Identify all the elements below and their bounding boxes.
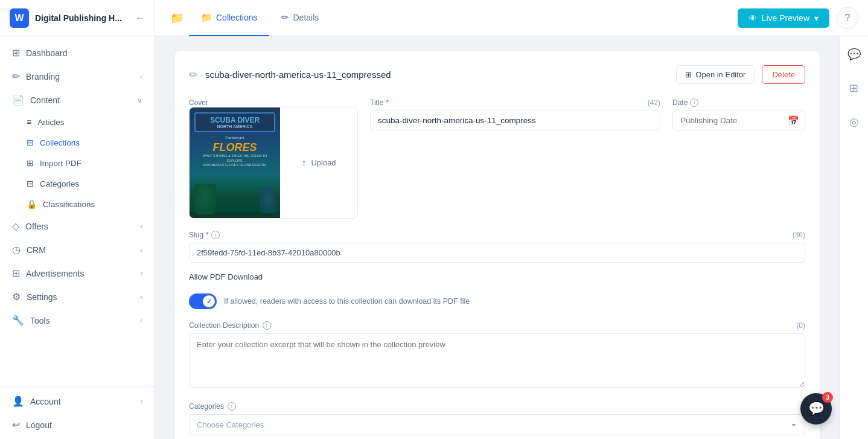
- sidebar-item-crm[interactable]: ◷ CRM ‹: [0, 238, 155, 261]
- sidebar-item-label: Categories: [40, 179, 79, 188]
- eye-icon: 👁: [748, 13, 757, 23]
- cover-group: Cover SCUBA DIVER NORTH AMERICA: [189, 98, 358, 219]
- sidebar-item-content[interactable]: 📄 Content ∨: [0, 88, 155, 112]
- desc-counter: (0): [796, 321, 805, 330]
- slug-counter: (36): [793, 231, 805, 239]
- chevron-down-icon: ∨: [137, 96, 142, 104]
- chat-panel-icon[interactable]: 💬: [843, 43, 865, 65]
- pdf-download-label: Allow PDF Download: [189, 272, 263, 281]
- sidebar-item-label: Collections: [40, 138, 80, 147]
- slug-info-icon[interactable]: i: [211, 231, 220, 239]
- sidebar-item-collections[interactable]: ⊟ Collections: [0, 132, 155, 153]
- tab-details[interactable]: ✏ Details: [269, 0, 331, 36]
- chevron-icon: ‹: [140, 72, 142, 81]
- folder-button[interactable]: 📁: [165, 6, 189, 30]
- sidebar-item-offers[interactable]: ◇ Offers ‹: [0, 214, 155, 238]
- chevron-down-icon: ▾: [814, 13, 819, 23]
- sidebar-collapse-button[interactable]: ←: [135, 13, 145, 24]
- flores-title: FLORES: [212, 142, 257, 153]
- sidebar-item-import-pdf[interactable]: ⊞ Import PDF: [0, 153, 155, 173]
- target-panel-icon[interactable]: ◎: [843, 111, 865, 133]
- chat-bubble-button[interactable]: 💬 3: [800, 393, 832, 425]
- sidebar-item-logout[interactable]: ↩ Logout: [0, 413, 155, 437]
- sidebar-item-branding[interactable]: ✏ Branding ‹: [0, 65, 155, 88]
- edit-icon: ✏: [189, 68, 198, 82]
- collection-desc-textarea[interactable]: [189, 333, 805, 388]
- title-label: Title * (42): [370, 98, 660, 107]
- sidebar-item-classifications[interactable]: 🔒 Classifications: [0, 194, 155, 214]
- offers-icon: ◇: [12, 220, 19, 232]
- sidebar-bottom: 👤 Account ‹ ↩ Logout: [0, 386, 155, 439]
- check-icon: ✓: [206, 298, 212, 306]
- sidebar-item-dashboard[interactable]: ⊞ Dashboard: [0, 41, 155, 65]
- chevron-icon: ‹: [140, 316, 142, 325]
- slug-label: Slug * i (36): [189, 231, 805, 239]
- delete-button[interactable]: Delete: [762, 65, 805, 84]
- cover-image: SCUBA DIVER NORTH AMERICA Flamboyant FLO…: [190, 107, 280, 218]
- sidebar-item-label: Import PDF: [40, 159, 81, 168]
- title-input[interactable]: [370, 111, 660, 130]
- upload-icon: ↑: [301, 158, 306, 168]
- sidebar-item-label: Articles: [37, 118, 64, 127]
- editor-icon: ⊞: [685, 70, 692, 79]
- slug-section: Slug * i (36): [189, 231, 805, 263]
- file-title: scuba-diver-north-america-us-11_compress…: [205, 69, 669, 80]
- desc-info-icon[interactable]: i: [263, 321, 271, 330]
- required-star: *: [386, 98, 389, 107]
- cover-title-date-row: Cover SCUBA DIVER NORTH AMERICA: [189, 98, 805, 219]
- sidebar-item-settings[interactable]: ⚙ Settings ‹: [0, 285, 155, 309]
- live-preview-button[interactable]: 👁 Live Preview ▾: [738, 8, 829, 28]
- categories-select[interactable]: Choose Categories: [189, 414, 805, 435]
- sidebar-item-categories[interactable]: ⊟ Categories: [0, 173, 155, 194]
- flamboyant-text: Flamboyant: [225, 136, 244, 139]
- sidebar-item-label: Offers: [25, 222, 48, 231]
- content-icon: 📄: [12, 94, 24, 106]
- chevron-icon: ‹: [140, 293, 142, 301]
- sidebar-item-label: Branding: [26, 72, 60, 82]
- grid-panel-icon[interactable]: ⊞: [843, 77, 865, 99]
- classifications-icon: 🔒: [27, 199, 37, 209]
- slug-input[interactable]: [189, 243, 805, 263]
- sidebar-item-label: Settings: [27, 292, 57, 302]
- date-group: Date i 📅: [672, 98, 805, 130]
- categories-info-icon[interactable]: i: [228, 402, 236, 411]
- toggle-description: If allowed, readers with access to this …: [224, 297, 470, 306]
- cover-upload-area: SCUBA DIVER NORTH AMERICA Flamboyant FLO…: [189, 107, 358, 219]
- content-area: ✏ scuba-diver-north-america-us-11_compre…: [155, 36, 839, 439]
- collection-desc-label: Collection Description i (0): [189, 321, 805, 330]
- sidebar-item-advertisements[interactable]: ⊞ Advertisements ‹: [0, 261, 155, 285]
- date-label: Date i: [672, 98, 805, 107]
- open-in-editor-button[interactable]: ⊞ Open in Editor: [676, 65, 755, 84]
- sidebar-nav: ⊞ Dashboard ✏ Branding ‹ 📄 Content ∨ ≡ A…: [0, 36, 155, 386]
- sidebar-item-account[interactable]: 👤 Account ‹: [0, 389, 155, 413]
- sidebar: W Digital Publishing H... ← ⊞ Dashboard …: [0, 0, 155, 439]
- topbar: 📁 📁 Collections ✏ Details 👁 Live Preview…: [155, 0, 868, 36]
- help-button[interactable]: ?: [837, 7, 858, 29]
- app-title: Digital Publishing H...: [35, 13, 129, 23]
- sidebar-item-label: Logout: [26, 420, 52, 430]
- sidebar-item-articles[interactable]: ≡ Articles: [0, 112, 155, 132]
- date-info-icon[interactable]: i: [690, 98, 698, 107]
- account-icon: 👤: [12, 396, 24, 407]
- upload-button[interactable]: ↑ Upload: [280, 107, 357, 218]
- cover-subtitle: WHAT STRAINS & TAKES THE ARENA TO EXPLOR…: [194, 154, 275, 168]
- tab-label: Details: [293, 13, 319, 22]
- chevron-icon: ‹: [140, 222, 142, 231]
- categories-label: Categories i: [189, 402, 805, 411]
- logout-icon: ↩: [12, 419, 20, 431]
- title-group: Title * (42): [370, 98, 660, 130]
- publishing-date-input[interactable]: [672, 111, 805, 130]
- collection-desc-section: Collection Description i (0): [189, 321, 805, 402]
- chat-bubble-icon: 💬: [808, 401, 825, 417]
- chevron-icon: ‹: [140, 397, 142, 406]
- main-area: 📁 📁 Collections ✏ Details 👁 Live Preview…: [155, 0, 868, 439]
- tab-collections[interactable]: 📁 Collections: [189, 0, 269, 36]
- branding-icon: ✏: [12, 71, 20, 82]
- sidebar-item-tools[interactable]: 🔧 Tools ‹: [0, 309, 155, 332]
- import-pdf-icon: ⊞: [27, 158, 34, 168]
- articles-icon: ≡: [27, 117, 31, 127]
- title-counter: (42): [648, 98, 660, 107]
- pdf-download-row: Allow PDF Download: [189, 272, 805, 281]
- form-card: ✏ scuba-diver-north-america-us-11_compre…: [174, 51, 820, 439]
- pdf-download-toggle[interactable]: ✓: [189, 293, 217, 309]
